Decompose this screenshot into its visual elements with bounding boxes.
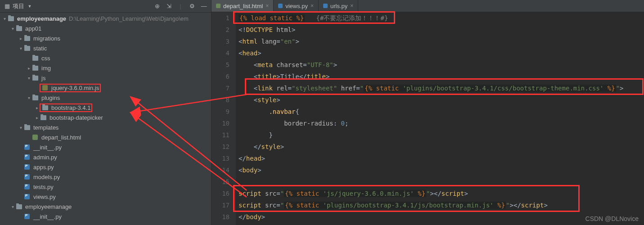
code-line[interactable]: <meta charset="UTF-8"> bbox=[239, 59, 644, 71]
folder-icon bbox=[15, 25, 23, 32]
code-line[interactable]: <!DOCTYPE html> bbox=[239, 24, 644, 36]
tree-item[interactable]: apps.py bbox=[0, 162, 211, 172]
tree-item[interactable]: tests.py bbox=[0, 182, 211, 192]
tree-item[interactable]: ▸bootstrap-3.4.1 bbox=[0, 103, 211, 112]
tree-label: tests.py bbox=[33, 184, 54, 190]
code-line[interactable]: </html> bbox=[239, 223, 644, 225]
editor-tab[interactable]: depart_list.html× bbox=[212, 0, 274, 12]
folder-icon bbox=[32, 55, 39, 61]
code-line[interactable]: .navbar{ bbox=[239, 106, 644, 117]
folder-icon bbox=[32, 65, 39, 71]
tree-item[interactable]: jquery-3.6.0.min.js bbox=[0, 83, 211, 93]
tree-root[interactable]: ▾ employeemanage D:\Learning\Python_Lear… bbox=[0, 14, 211, 23]
line-number: 19 bbox=[212, 223, 230, 225]
chevron-down-icon[interactable]: ▾ bbox=[18, 46, 23, 51]
code-line[interactable]: {% load static %} {#不要忘记添加！！！#} bbox=[239, 12, 644, 24]
line-number: 5 bbox=[212, 59, 230, 71]
tree-label: __init__.py bbox=[33, 144, 62, 151]
editor-tabs: depart_list.html×views.py×urls.py× bbox=[212, 0, 644, 12]
tree-label: employeemanage bbox=[25, 203, 72, 210]
code-line[interactable]: <title>Title</title> bbox=[239, 71, 644, 82]
chevron-down-icon[interactable]: ▾ bbox=[10, 204, 15, 209]
close-icon[interactable]: × bbox=[350, 3, 353, 9]
tree-label: jquery-3.6.0.min.js bbox=[51, 85, 99, 91]
code-line[interactable]: <html lang="en"> bbox=[239, 36, 644, 47]
tree-item[interactable]: ▸migrations bbox=[0, 33, 211, 43]
tree-item[interactable]: ▾js bbox=[0, 73, 211, 83]
tree-item[interactable]: depart_list.html bbox=[0, 132, 211, 142]
code-line[interactable]: </head> bbox=[239, 153, 644, 164]
chevron-right-icon[interactable]: ▸ bbox=[18, 36, 23, 41]
code[interactable]: {% load static %} {#不要忘记添加！！！#}<!DOCTYPE… bbox=[236, 12, 644, 225]
chevron-right-icon[interactable]: ▸ bbox=[34, 115, 40, 120]
tree-item[interactable]: ▸img bbox=[0, 63, 211, 73]
tree-item[interactable]: ▾templates bbox=[0, 122, 211, 132]
tree-item[interactable]: ▾employeemanage bbox=[0, 202, 211, 212]
gear-icon[interactable]: ⚙ bbox=[189, 3, 196, 10]
close-icon[interactable]: × bbox=[266, 3, 269, 9]
tree-item[interactable]: css bbox=[0, 53, 211, 63]
file-type-icon bbox=[323, 4, 328, 8]
chevron-right-icon[interactable]: ▸ bbox=[34, 105, 40, 110]
sidebar-header: ▦ 项目 ▼ ⊕ ⇲ | ⚙ — bbox=[0, 0, 211, 13]
line-number: 1 bbox=[212, 12, 230, 24]
watermark: CSDN @DLNovice bbox=[585, 215, 639, 222]
chevron-down-icon[interactable]: ▾ bbox=[26, 76, 32, 81]
line-number: 7 bbox=[212, 82, 230, 94]
folder-icon bbox=[32, 94, 39, 101]
chevron-right-icon[interactable]: ▸ bbox=[26, 66, 32, 71]
chevron-down-icon[interactable]: ▾ bbox=[18, 125, 23, 130]
tree-item[interactable]: models.py bbox=[0, 172, 211, 182]
tree-item[interactable]: __init__.py bbox=[0, 142, 211, 152]
tree-item[interactable]: ▸bootstrap-datepicker bbox=[0, 112, 211, 122]
code-line[interactable]: script src="{% static 'plugins/bootstrap… bbox=[239, 199, 644, 211]
line-number: 11 bbox=[212, 129, 230, 141]
tab-label: views.py bbox=[285, 3, 308, 9]
tree-item[interactable]: views.py bbox=[0, 192, 211, 202]
tree-label: css bbox=[41, 55, 50, 62]
tab-label: depart_list.html bbox=[223, 3, 263, 9]
root-path: D:\Learning\Python_Learning\Web\Django\e… bbox=[69, 15, 189, 22]
code-line[interactable]: <body> bbox=[239, 164, 644, 176]
code-line[interactable]: <style> bbox=[239, 94, 644, 106]
code-line[interactable]: script src="{% static 'js/jquery-3.6.0.m… bbox=[239, 188, 644, 199]
pyfile-icon bbox=[23, 144, 31, 150]
line-number: 15 bbox=[212, 176, 230, 188]
folder-icon bbox=[23, 35, 31, 41]
chevron-down-icon[interactable]: ▾ bbox=[2, 16, 7, 21]
chevron-down-icon[interactable]: ▾ bbox=[26, 95, 32, 100]
tree-item[interactable]: ▾plugins bbox=[0, 93, 211, 103]
code-line[interactable]: } bbox=[239, 129, 644, 141]
gutter: 12345678910111213141516171819 bbox=[212, 12, 236, 225]
tree-item[interactable]: admin.py bbox=[0, 152, 211, 162]
editor-tab[interactable]: views.py× bbox=[274, 0, 319, 12]
sidebar-title: 项目 bbox=[13, 2, 24, 10]
code-line[interactable]: </style> bbox=[239, 141, 644, 153]
tree-label: admin.py bbox=[33, 154, 57, 161]
code-line[interactable]: </body> bbox=[239, 211, 644, 223]
pyfile-icon bbox=[23, 213, 31, 220]
tree-label: js bbox=[41, 75, 45, 81]
line-number: 2 bbox=[212, 24, 230, 36]
target-icon[interactable]: ⊕ bbox=[153, 3, 161, 10]
dropdown-icon[interactable]: ▼ bbox=[26, 3, 33, 10]
tree-label: templates bbox=[33, 124, 59, 131]
code-line[interactable] bbox=[239, 176, 644, 188]
chevron-down-icon[interactable]: ▾ bbox=[10, 26, 15, 31]
code-line[interactable]: <head> bbox=[239, 47, 644, 59]
close-icon[interactable]: × bbox=[311, 3, 314, 9]
tree-item[interactable]: __init__.py bbox=[0, 212, 211, 221]
hide-icon[interactable]: — bbox=[200, 3, 207, 10]
line-number: 12 bbox=[212, 141, 230, 153]
code-area[interactable]: 12345678910111213141516171819 {% load st… bbox=[212, 12, 644, 225]
tree-label: plugins bbox=[41, 94, 60, 101]
tree-label: app01 bbox=[25, 25, 41, 32]
line-number: 8 bbox=[212, 94, 230, 106]
expand-icon[interactable]: ⇲ bbox=[165, 3, 172, 10]
tree-item[interactable]: ▾static bbox=[0, 43, 211, 53]
tree-item[interactable]: ▾app01 bbox=[0, 23, 211, 33]
line-number: 10 bbox=[212, 117, 230, 129]
editor-tab[interactable]: urls.py× bbox=[319, 0, 358, 12]
code-line[interactable]: <link rel="stylesheet" href="{% static '… bbox=[239, 82, 644, 94]
code-line[interactable]: border-radius: 0; bbox=[239, 117, 644, 129]
